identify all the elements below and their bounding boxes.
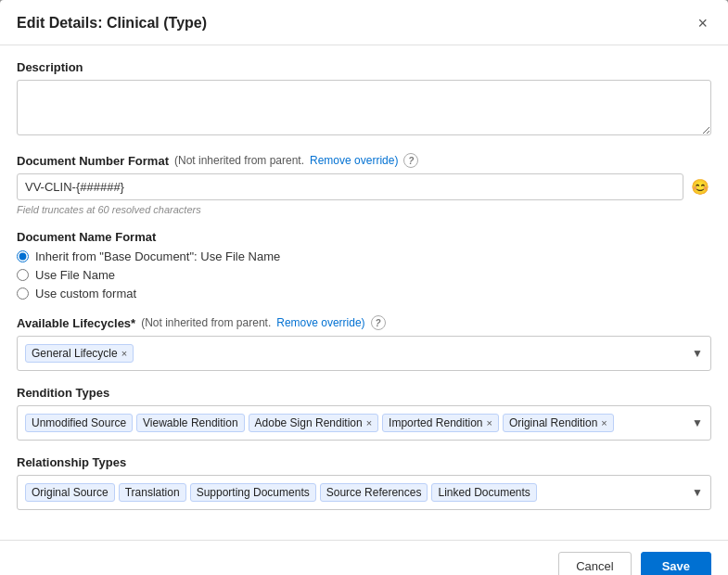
lifecycles-remove-override[interactable]: Remove override) <box>276 316 364 329</box>
radio-option-2[interactable]: Use File Name <box>17 268 711 282</box>
doc-number-inherit-note: (Not inherited from parent. <box>174 154 304 167</box>
relationship-types-dropdown-arrow: ▼ <box>692 486 703 499</box>
rel-tag-2: Supporting Documents <box>190 483 316 502</box>
doc-name-format-section: Document Name Format Inherit from "Base … <box>17 230 711 300</box>
rendition-tag-label-4: Original Rendition <box>509 416 597 429</box>
doc-number-input[interactable] <box>17 173 683 200</box>
rendition-tag-label-2: Adobe Sign Rendition <box>255 416 363 429</box>
lifecycles-help-icon[interactable]: ? <box>371 315 386 330</box>
doc-number-input-row: 😊 <box>17 173 711 200</box>
cancel-button[interactable]: Cancel <box>558 552 631 575</box>
save-button[interactable]: Save <box>641 552 711 575</box>
description-section: Description <box>17 60 711 138</box>
rel-tag-label-3: Source References <box>326 486 422 499</box>
rel-tag-label-0: Original Source <box>32 486 109 499</box>
rendition-types-dropdown[interactable]: Unmodified Source Viewable Rendition Ado… <box>17 405 711 441</box>
rendition-tag-label-1: Viewable Rendition <box>143 416 238 429</box>
doc-number-remove-override[interactable]: Remove override) <box>310 154 398 167</box>
modal-container: Edit Details: Clinical (Type) × Descript… <box>0 0 728 575</box>
radio-input-1[interactable] <box>17 250 29 262</box>
rendition-tag-remove-4[interactable]: × <box>601 418 607 428</box>
doc-number-label-row: Document Number Format (Not inherited fr… <box>17 153 711 168</box>
lifecycles-label: Available Lifecycles* <box>17 316 135 330</box>
relationship-types-dropdown[interactable]: Original Source Translation Supporting D… <box>17 475 711 510</box>
description-textarea[interactable] <box>17 80 711 135</box>
close-button[interactable]: × <box>694 13 711 33</box>
radio-group: Inherit from "Base Document": Use File N… <box>17 249 711 300</box>
doc-number-help-icon[interactable]: ? <box>403 153 418 168</box>
rendition-tag-0: Unmodified Source <box>25 414 133 432</box>
rel-tag-label-1: Translation <box>125 486 180 499</box>
description-label: Description <box>17 60 711 74</box>
modal-header: Edit Details: Clinical (Type) × <box>0 0 728 45</box>
radio-label-1: Inherit from "Base Document": Use File N… <box>35 249 280 263</box>
lifecycle-tag-label-0: General Lifecycle <box>32 347 118 360</box>
modal-title: Edit Details: Clinical (Type) <box>17 15 207 32</box>
lifecycles-dropdown-arrow: ▼ <box>692 347 703 360</box>
radio-label-3: Use custom format <box>35 287 136 300</box>
rel-tag-3: Source References <box>320 483 428 502</box>
rendition-types-label: Rendition Types <box>17 386 711 400</box>
lifecycle-tag-remove-0[interactable]: × <box>121 349 127 359</box>
lifecycle-tag-0: General Lifecycle × <box>25 344 134 363</box>
rel-tag-1: Translation <box>119 483 186 502</box>
rendition-tag-label-0: Unmodified Source <box>32 416 126 429</box>
doc-number-section: Document Number Format (Not inherited fr… <box>17 153 711 215</box>
rel-tag-label-4: Linked Documents <box>438 486 530 499</box>
rendition-tag-4: Original Rendition × <box>503 414 614 432</box>
rendition-tag-2: Adobe Sign Rendition × <box>249 414 379 432</box>
rendition-types-dropdown-arrow: ▼ <box>692 416 703 429</box>
rel-tag-0: Original Source <box>25 483 115 502</box>
modal-body: Description Document Number Format (Not … <box>0 45 728 540</box>
lifecycles-inherit-note: (Not inherited from parent. <box>141 316 271 329</box>
modal-footer: Cancel Save <box>0 540 728 575</box>
radio-label-2: Use File Name <box>35 268 115 282</box>
radio-option-1[interactable]: Inherit from "Base Document": Use File N… <box>17 249 711 263</box>
rel-tag-4: Linked Documents <box>431 483 536 502</box>
doc-number-hint: Field truncates at 60 resolved character… <box>17 204 711 215</box>
rendition-tag-1: Viewable Rendition <box>136 414 245 432</box>
rendition-types-section: Rendition Types Unmodified Source Viewab… <box>17 386 711 441</box>
rendition-tag-3: Imported Rendition × <box>382 414 499 432</box>
emoji-button[interactable]: 😊 <box>689 176 711 198</box>
radio-input-2[interactable] <box>17 269 29 281</box>
doc-name-format-label: Document Name Format <box>17 230 711 244</box>
rendition-tag-remove-3[interactable]: × <box>487 418 492 428</box>
radio-input-3[interactable] <box>17 288 29 300</box>
lifecycles-label-row: Available Lifecycles* (Not inherited fro… <box>17 315 711 330</box>
rendition-tag-label-3: Imported Rendition <box>389 416 482 429</box>
radio-option-3[interactable]: Use custom format <box>17 287 711 300</box>
lifecycles-dropdown[interactable]: General Lifecycle × ▼ <box>17 336 711 371</box>
rendition-tag-remove-2[interactable]: × <box>366 418 372 428</box>
relationship-types-section: Relationship Types Original Source Trans… <box>17 455 711 510</box>
doc-number-label: Document Number Format <box>17 154 169 168</box>
relationship-types-label: Relationship Types <box>17 455 711 469</box>
rel-tag-label-2: Supporting Documents <box>197 486 310 499</box>
lifecycles-section: Available Lifecycles* (Not inherited fro… <box>17 315 711 371</box>
